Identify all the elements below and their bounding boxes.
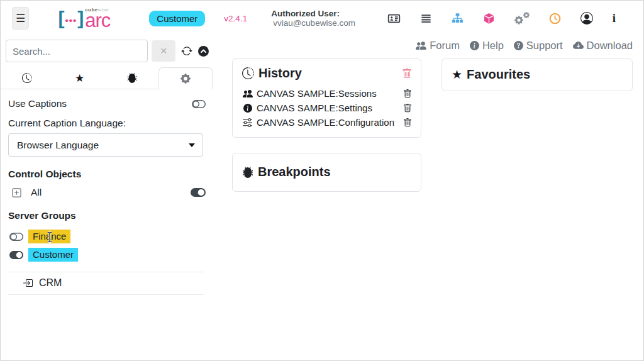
history-item-settings[interactable]: CANVAS SAMPLE:Settings [242,101,412,115]
history-card-title: History [258,66,302,81]
tab-settings[interactable] [158,67,213,89]
caption-language-value: Browser Language [17,140,99,151]
finance-toggle[interactable] [9,233,23,241]
cubewise-arc-logo[interactable]: [ ••• ] cubewise arc [58,8,110,29]
support-link-label: Support [526,40,563,52]
delete-history-item-button[interactable] [403,89,412,98]
delete-history-item-button[interactable] [403,104,412,113]
trash-icon [403,89,412,98]
sidebar: ✕ ★ Use Captions Current Caption Languag… [1,36,213,361]
server-list: CRM [8,272,204,295]
bug-icon [242,167,253,178]
settings-panel: Use Captions Current Caption Language: B… [1,89,213,295]
quick-links: Forum Help Support Download [441,40,633,52]
history-card: History CANVAS SAMPLE:Sessions CANVAS SA… [232,58,421,138]
star-icon: ★ [75,72,84,84]
history-item-label: CANVAS SAMPLE:Settings [257,103,372,113]
hamburger-icon: ☰ [16,12,25,25]
trash-icon [403,118,412,127]
content-area: ✕ ★ Use Captions Current Caption Languag… [1,36,643,361]
environment-badge[interactable]: Customer [149,11,205,26]
users-icon [416,40,426,51]
user-circle-icon[interactable] [580,12,593,25]
help-link-label: Help [482,40,504,52]
refresh-button[interactable] [181,45,192,57]
gear-icon [180,74,191,84]
history-list: CANVAS SAMPLE:Sessions CANVAS SAMPLE:Set… [242,86,412,130]
favourites-card-header: ★ Favourites [452,67,623,82]
address-card-icon[interactable] [387,13,401,25]
authorized-user-email: vviau@cubewise.com [273,18,355,28]
clear-history-button[interactable] [402,69,412,79]
info-icon[interactable]: i [613,11,616,25]
favourites-card-title: Favourites [467,67,530,82]
support-link[interactable]: Support [514,40,563,52]
hamburger-menu-button[interactable]: ☰ [12,7,29,30]
chevron-up-circle-icon [198,46,209,57]
forum-link-label: Forum [430,40,460,52]
forum-link[interactable]: Forum [416,40,460,52]
sidebar-tabbar: ★ [1,67,213,89]
gears-icon[interactable] [514,12,530,25]
server-name: CRM [39,277,62,289]
question-circle-icon [514,41,523,50]
arc-application: { "header": { "environment_badge": "Cust… [0,0,644,361]
authorized-user-label: Authorized User: [271,9,340,18]
control-objects-all-row: All [8,187,206,198]
version-label: v2.4.1 [224,14,247,23]
breakpoints-card-title: Breakpoints [258,165,331,179]
server-group-customer[interactable]: Customer [28,248,78,262]
clear-search-button[interactable]: ✕ [152,40,175,62]
collapse-button[interactable] [198,46,209,57]
help-link[interactable]: Help [470,40,504,52]
history-item-sessions[interactable]: CANVAS SAMPLE:Sessions [242,86,412,101]
delete-history-item-button[interactable] [403,118,412,127]
control-objects-all-label: All [31,187,42,198]
main-area: History CANVAS SAMPLE:Sessions CANVAS SA… [213,36,643,361]
breakpoints-card-header: Breakpoints [242,165,412,179]
top-header: ☰ [ ••• ] cubewise arc Customer v2.4.1 A… [1,1,643,36]
authorized-user: Authorized User: vviau@cubewise.com [271,9,387,28]
logo-dots: ••• [65,15,77,26]
download-link-label: Download [587,40,633,52]
control-objects-heading: Control Objects [8,169,204,180]
trash-icon [402,69,412,79]
info-circle-icon [242,104,253,113]
sitemap-icon[interactable] [452,13,464,24]
use-captions-toggle[interactable] [192,100,206,108]
x-icon: ✕ [160,46,167,56]
history-item-configuration[interactable]: CANVAS SAMPLE:Configuration [242,115,412,130]
cloud-download-icon [573,40,584,51]
logo-arc-text: arc [85,13,110,29]
logo-bracket-close: ] [77,9,84,28]
right-column: Forum Help Support Download ★ [441,40,633,91]
download-link[interactable]: Download [573,40,633,52]
caret-down-icon [189,143,195,147]
control-objects-all-toggle[interactable] [191,188,206,197]
refresh-icon [181,45,192,57]
search-row: ✕ [1,36,213,66]
server-group-finance[interactable]: Finance [28,230,70,243]
caption-language-select[interactable]: Browser Language [8,133,203,157]
cube-icon[interactable] [483,13,495,25]
history-icon [22,73,32,83]
history-item-label: CANVAS SAMPLE:Configuration [257,117,394,128]
sign-in-icon [23,278,33,288]
tab-favourites[interactable]: ★ [53,67,106,89]
history-card-header: History [242,66,412,81]
search-input[interactable] [6,40,148,62]
server-groups-heading: Server Groups [8,210,204,221]
use-captions-label: Use Captions [8,98,67,109]
logo-bracket-open: [ [58,9,64,28]
trash-icon [403,104,412,113]
expand-plus-icon[interactable] [12,188,21,197]
tab-breakpoints[interactable] [106,67,159,89]
sliders-icon [242,118,253,127]
server-item-crm[interactable]: CRM [8,272,204,294]
history-item-label: CANVAS SAMPLE:Sessions [257,88,377,99]
bug-icon [127,73,137,83]
customer-toggle[interactable] [9,251,23,259]
clock-icon[interactable] [549,13,561,25]
tab-history[interactable] [1,67,53,89]
list-icon[interactable] [420,13,432,25]
